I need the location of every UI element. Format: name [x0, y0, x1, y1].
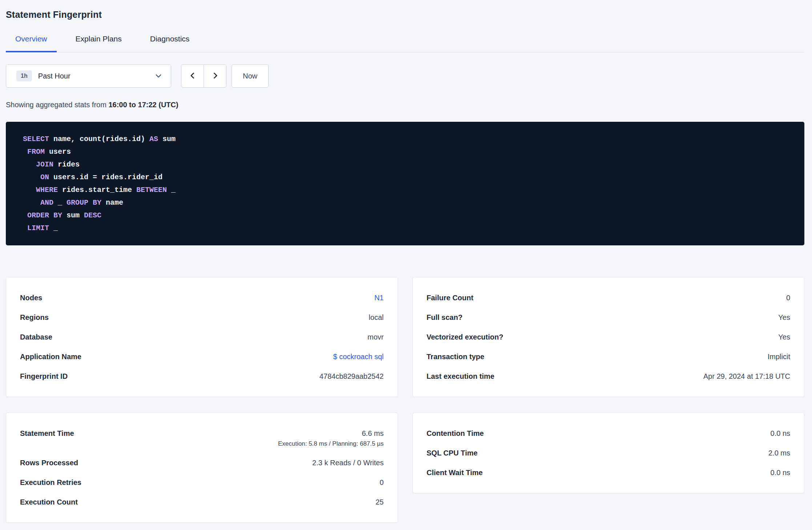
row-value: 4784cb829aab2542 — [319, 372, 384, 380]
row-label: Client Wait Time — [427, 468, 483, 477]
row-value-wrap: 0.0 ns — [771, 468, 790, 477]
row-value-wrap: local — [369, 313, 383, 322]
row-value: 6.6 ms — [362, 429, 383, 437]
tab-diagnostics[interactable]: Diagnostics — [141, 35, 199, 52]
row-value-wrap: movr — [367, 333, 383, 341]
card-row: Application Name$ cockroach sql — [20, 347, 384, 366]
row-label: Contention Time — [427, 429, 484, 438]
row-value: local — [369, 313, 383, 321]
card-row: Failure Count0 — [427, 288, 791, 308]
row-label: SQL CPU Time — [427, 449, 478, 457]
row-label: Full scan? — [427, 313, 463, 322]
time-toolbar: 1h Past Hour Now — [6, 64, 804, 88]
next-time-button[interactable] — [204, 64, 226, 88]
row-value-wrap: 6.6 msExecution: 5.8 ms / Planning: 687.… — [278, 429, 383, 447]
row-label: Rows Processed — [20, 458, 78, 467]
card-row: Statement Time6.6 msExecution: 5.8 ms / … — [20, 423, 384, 453]
row-value-link[interactable]: $ cockroach sql — [333, 353, 384, 361]
row-label: Vectorized execution? — [427, 333, 503, 341]
now-button[interactable]: Now — [232, 64, 269, 88]
row-value: Yes — [778, 333, 790, 341]
statement-details-card: NodesN1RegionslocalDatabasemovrApplicati… — [6, 277, 398, 397]
sql-line: FROM users — [23, 145, 787, 158]
card-row: Execution Retries0 — [20, 473, 384, 492]
time-range-badge: 1h — [16, 71, 32, 81]
row-value: movr — [367, 333, 383, 341]
card-row: Transaction typeImplicit — [427, 347, 791, 366]
card-row: Rows Processed2.3 k Reads / 0 Writes — [20, 453, 384, 473]
stats-note-range: 16:00 to 17:22 (UTC) — [108, 101, 178, 109]
row-value-wrap: $ cockroach sql — [333, 352, 384, 361]
sql-line: SELECT name, count(rides.id) AS sum — [23, 133, 787, 145]
row-label: Database — [20, 333, 52, 341]
stats-note-prefix: Showing aggregated stats from — [6, 101, 106, 109]
page-title: Statement Fingerprint — [6, 9, 804, 20]
row-label: Last execution time — [427, 372, 495, 381]
row-value-wrap: 0 — [786, 293, 790, 302]
chevron-left-icon — [189, 72, 197, 81]
row-value: Implicit — [768, 353, 790, 361]
row-value-wrap: 0.0 ns — [771, 429, 790, 438]
row-value: 2.3 k Reads / 0 Writes — [312, 459, 383, 467]
row-value: 0 — [379, 478, 383, 486]
prev-time-button[interactable] — [181, 64, 204, 88]
row-label: Regions — [20, 313, 49, 322]
row-value: 0.0 ns — [771, 469, 790, 477]
row-value: 0 — [786, 294, 790, 302]
statement-fingerprint-page: Statement Fingerprint OverviewExplain Pl… — [0, 0, 812, 523]
row-value-link[interactable]: N1 — [374, 294, 384, 302]
row-value-wrap: Apr 29, 2024 at 17:18 UTC — [703, 372, 790, 381]
row-value: Yes — [778, 313, 790, 321]
row-value: Apr 29, 2024 at 17:18 UTC — [703, 372, 790, 380]
row-value-wrap: 4784cb829aab2542 — [319, 372, 384, 381]
row-label: Failure Count — [427, 293, 474, 302]
stats-cards: NodesN1RegionslocalDatabasemovrApplicati… — [6, 277, 804, 523]
time-range-dropdown[interactable]: 1h Past Hour — [6, 64, 171, 88]
execution-attributes-card: Failure Count0Full scan?YesVectorized ex… — [413, 277, 805, 397]
card-row: SQL CPU Time2.0 ms — [427, 443, 791, 463]
tab-explain-plans[interactable]: Explain Plans — [66, 35, 131, 52]
card-row: Databasemovr — [20, 327, 384, 347]
row-label: Statement Time — [20, 429, 74, 438]
card-row: NodesN1 — [20, 288, 384, 308]
card-row: Contention Time0.0 ns — [427, 423, 791, 443]
row-label: Execution Count — [20, 498, 78, 506]
sql-line: LIMIT _ — [23, 222, 787, 234]
sql-statement-box: SELECT name, count(rides.id) AS sum FROM… — [6, 122, 804, 245]
row-label: Execution Retries — [20, 478, 81, 487]
row-value-wrap: 2.0 ms — [768, 449, 790, 457]
sql-line: JOIN rides — [23, 158, 787, 171]
tab-overview[interactable]: Overview — [6, 35, 57, 52]
row-value-wrap: Implicit — [768, 352, 790, 361]
sql-line: ORDER BY sum DESC — [23, 209, 787, 222]
row-label: Fingerprint ID — [20, 372, 68, 381]
wait-timing-card: Contention Time0.0 nsSQL CPU Time2.0 msC… — [413, 413, 805, 493]
card-row: Client Wait Time0.0 ns — [427, 463, 791, 482]
card-row: Full scan?Yes — [427, 308, 791, 327]
row-value: 2.0 ms — [768, 449, 790, 457]
row-label: Application Name — [20, 352, 81, 361]
tab-bar: OverviewExplain PlansDiagnostics — [6, 35, 804, 52]
row-subvalue: Execution: 5.8 ms / Planning: 687.5 µs — [278, 440, 383, 447]
row-value-wrap: Yes — [778, 313, 790, 322]
statement-timing-card: Statement Time6.6 msExecution: 5.8 ms / … — [6, 413, 398, 523]
chevron-right-icon — [211, 72, 219, 81]
row-value-wrap: Yes — [778, 333, 790, 341]
card-row: Regionslocal — [20, 308, 384, 327]
row-value: 25 — [375, 498, 383, 506]
stats-note: Showing aggregated stats from 16:00 to 1… — [6, 101, 804, 109]
row-label: Nodes — [20, 293, 42, 302]
card-row: Last execution timeApr 29, 2024 at 17:18… — [427, 366, 791, 386]
card-row: Fingerprint ID4784cb829aab2542 — [20, 366, 384, 386]
row-value: 0.0 ns — [771, 429, 790, 437]
card-row: Execution Count25 — [20, 492, 384, 512]
chevron-down-icon — [155, 72, 162, 80]
time-nav-group — [181, 64, 226, 88]
row-value-wrap: N1 — [374, 293, 384, 302]
sql-line: WHERE rides.start_time BETWEEN _ — [23, 184, 787, 196]
row-value-wrap: 2.3 k Reads / 0 Writes — [312, 458, 383, 467]
sql-line: AND _ GROUP BY name — [23, 196, 787, 209]
row-value-wrap: 0 — [379, 478, 383, 487]
row-value-wrap: 25 — [375, 498, 383, 506]
sql-line: ON users.id = rides.rider_id — [23, 171, 787, 184]
